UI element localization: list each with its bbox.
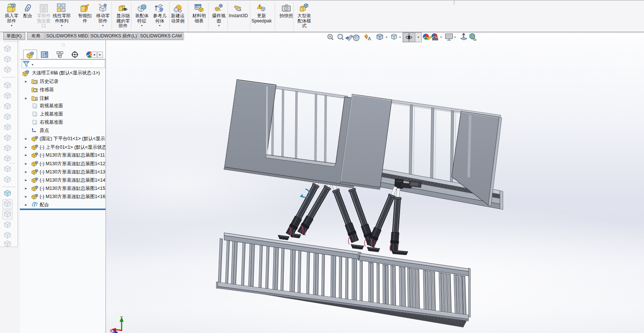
- svg-text:Z: Z: [112, 329, 115, 333]
- svg-text:!: !: [259, 5, 260, 9]
- svg-text:A: A: [368, 36, 371, 41]
- svg-text:Y: Y: [120, 315, 123, 320]
- svg-text:A: A: [34, 98, 37, 101]
